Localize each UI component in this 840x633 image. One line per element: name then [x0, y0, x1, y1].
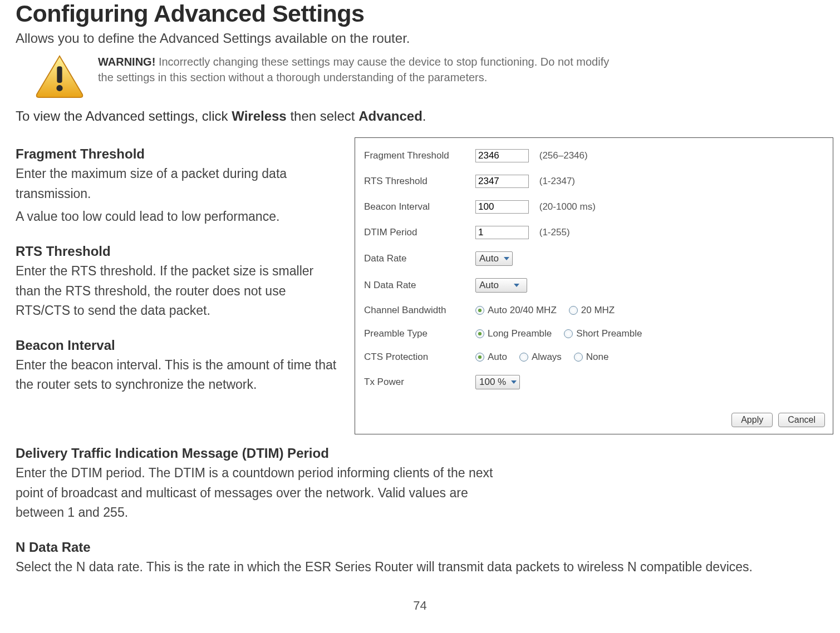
radio-preamble-short[interactable]: Short Preamble — [564, 328, 642, 339]
radio-cts-none-label: None — [586, 352, 609, 363]
row-beacon: Beacon Interval (20-1000 ms) — [363, 196, 827, 218]
warning-line1: Incorrectly changing these settings may … — [159, 56, 609, 68]
radio-icon — [475, 329, 484, 338]
row-rts: RTS Threshold (1-2347) — [363, 170, 827, 192]
body-dtim: Enter the DTIM period. The DTIM is a cou… — [16, 463, 517, 523]
settings-panel: Fragment Threshold (256–2346) RTS Thresh… — [355, 137, 833, 434]
radio-icon — [475, 353, 484, 362]
body-rts: Enter the RTS threshold. If the packet s… — [16, 261, 341, 321]
row-txpower: Tx Power 100 % — [363, 370, 827, 394]
svg-rect-0 — [57, 66, 62, 83]
hint-beacon: (20-1000 ms) — [539, 201, 596, 212]
row-cts: CTS Protection Auto Always — [363, 347, 827, 367]
hint-fragment: (256–2346) — [539, 150, 588, 161]
radio-cts-none[interactable]: None — [574, 352, 609, 363]
input-rts[interactable] — [475, 175, 529, 188]
warning-label: WARNING! — [98, 56, 155, 68]
body-ndata: Select the N data rate. This is the rate… — [16, 557, 824, 577]
nav-prefix: To view the Advanced settings, click — [16, 108, 232, 123]
radio-cts-always[interactable]: Always — [519, 352, 562, 363]
radio-icon — [569, 306, 578, 315]
body-fragment-l2: A value too low could lead to low perfor… — [16, 207, 341, 227]
nav-advanced: Advanced — [358, 108, 423, 123]
apply-button[interactable]: Apply — [731, 413, 773, 427]
warning-line2: the settings in this section without a t… — [98, 71, 487, 83]
label-chanbw: Channel Bandwidth — [363, 300, 473, 320]
radio-cts-always-label: Always — [532, 352, 562, 363]
radio-cts-auto-label: Auto — [488, 352, 507, 363]
row-fragment: Fragment Threshold (256–2346) — [363, 145, 827, 167]
radio-preamble-long-label: Long Preamble — [488, 328, 552, 339]
select-ndatarate-value: Auto — [479, 280, 512, 291]
chevron-down-icon — [502, 254, 511, 263]
label-cts: CTS Protection — [363, 347, 473, 367]
select-txpower-value: 100 % — [479, 377, 509, 388]
input-dtim[interactable] — [475, 226, 529, 239]
select-datarate-value: Auto — [479, 253, 502, 264]
cancel-button[interactable]: Cancel — [778, 413, 825, 427]
label-rts: RTS Threshold — [363, 170, 473, 192]
hint-dtim: (1-255) — [539, 227, 570, 238]
chevron-down-icon — [509, 378, 518, 387]
heading-dtim: Delivery Traffic Indication Message (DTI… — [16, 446, 824, 461]
svg-point-1 — [56, 85, 62, 91]
radio-icon — [519, 353, 528, 362]
label-txpower: Tx Power — [363, 370, 473, 394]
label-dtim: DTIM Period — [363, 221, 473, 244]
input-beacon[interactable] — [475, 200, 529, 214]
radio-icon — [574, 353, 583, 362]
input-fragment[interactable] — [475, 149, 529, 162]
radio-cts-auto[interactable]: Auto — [475, 352, 507, 363]
row-ndatarate: N Data Rate Auto — [363, 274, 827, 297]
row-dtim: DTIM Period (1-255) — [363, 221, 827, 244]
heading-fragment: Fragment Threshold — [16, 146, 341, 162]
radio-icon — [564, 329, 573, 338]
heading-ndata: N Data Rate — [16, 540, 824, 555]
radio-icon — [475, 306, 484, 315]
body-beacon: Enter the beacon interval. This is the a… — [16, 355, 341, 395]
nav-period: . — [423, 108, 426, 123]
nav-instruction: To view the Advanced settings, click Wir… — [16, 108, 824, 124]
label-fragment: Fragment Threshold — [363, 145, 473, 167]
radio-preamble-long[interactable]: Long Preamble — [475, 328, 552, 339]
select-ndatarate[interactable]: Auto — [475, 278, 527, 293]
label-ndatarate: N Data Rate — [363, 274, 473, 297]
radio-chanbw-auto-label: Auto 20/40 MHZ — [488, 305, 557, 316]
radio-chanbw-20[interactable]: 20 MHZ — [569, 305, 615, 316]
row-datarate: Data Rate Auto — [363, 247, 827, 270]
nav-middle: then select — [287, 108, 358, 123]
radio-preamble-short-label: Short Preamble — [576, 328, 642, 339]
warning-block: WARNING! Incorrectly changing these sett… — [33, 54, 824, 98]
select-txpower[interactable]: 100 % — [475, 375, 520, 389]
warning-icon — [33, 54, 86, 98]
label-beacon: Beacon Interval — [363, 196, 473, 218]
radio-chanbw-auto[interactable]: Auto 20/40 MHZ — [475, 305, 557, 316]
heading-beacon: Beacon Interval — [16, 338, 341, 353]
page-subtitle: Allows you to define the Advanced Settin… — [16, 31, 824, 46]
page-number: 74 — [16, 599, 824, 613]
page-title: Configuring Advanced Settings — [16, 0, 824, 27]
nav-wireless: Wireless — [232, 108, 287, 123]
label-preamble: Preamble Type — [363, 324, 473, 344]
row-chanbw: Channel Bandwidth Auto 20/40 MHZ 20 MHZ — [363, 300, 827, 320]
select-datarate[interactable]: Auto — [475, 251, 513, 266]
heading-rts: RTS Threshold — [16, 244, 341, 259]
hint-rts: (1-2347) — [539, 176, 575, 186]
row-preamble: Preamble Type Long Preamble Short Preamb… — [363, 324, 827, 344]
chevron-down-icon — [512, 281, 521, 290]
label-datarate: Data Rate — [363, 247, 473, 270]
warning-text: WARNING! Incorrectly changing these sett… — [98, 54, 609, 85]
radio-chanbw-20-label: 20 MHZ — [581, 305, 615, 316]
body-fragment-l1: Enter the maximum size of a packet durin… — [16, 164, 341, 204]
